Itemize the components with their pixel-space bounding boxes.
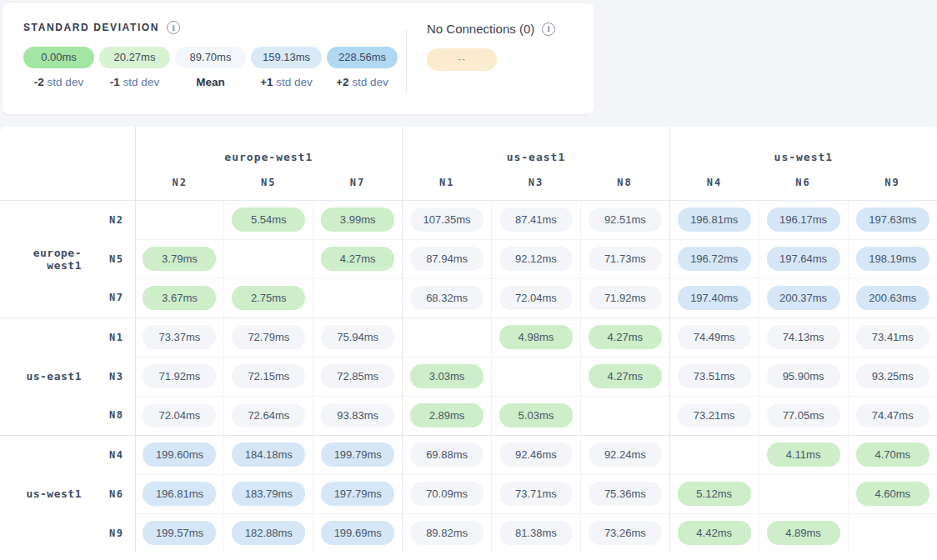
column-region-header: us-west1	[669, 127, 937, 165]
latency-value-pill: 74.13ms	[767, 325, 840, 349]
latency-dashboard: STANDARD DEVIATION i 0.00ms-2 std dev20.…	[0, 0, 937, 560]
latency-value-pill: 5.12ms	[678, 482, 751, 506]
legend-stop-label: -2 std dev	[34, 76, 83, 88]
latency-value-pill: 69.88ms	[410, 442, 484, 467]
latency-value-pill: 4.70ms	[856, 442, 929, 467]
latency-value-pill: 4.27ms	[589, 364, 662, 388]
latency-value-pill: 2.75ms	[232, 286, 305, 310]
latency-cell: 2.89ms	[403, 396, 492, 435]
latency-cell: 71.92ms	[135, 357, 224, 396]
latency-value-pill: 72.15ms	[232, 364, 305, 388]
latency-value-pill: 3.03ms	[410, 364, 484, 388]
latency-value-pill: 199.69ms	[321, 521, 394, 545]
legend-stops: 0.00ms-2 std dev20.27ms-1 std dev89.70ms…	[23, 47, 406, 88]
latency-value-pill: 198.19ms	[856, 247, 929, 271]
latency-cell: 68.32ms	[403, 278, 492, 318]
latency-value-pill: 199.79ms	[321, 442, 394, 467]
latency-cell: 200.63ms	[848, 278, 937, 318]
legend-stop-label: Mean	[196, 76, 225, 88]
latency-cell: 93.25ms	[848, 357, 937, 396]
latency-value-pill: 197.63ms	[856, 208, 929, 232]
row-region-header: us-east1	[0, 318, 88, 435]
latency-value-pill: 74.49ms	[678, 325, 751, 349]
row-node-header: N6	[88, 474, 135, 513]
latency-cell: 4.70ms	[848, 435, 937, 474]
latency-cell: 72.04ms	[135, 396, 224, 435]
latency-cell: 4.89ms	[759, 513, 848, 552]
latency-cell	[224, 239, 313, 278]
latency-value-pill: 3.79ms	[143, 247, 216, 271]
latency-value-pill: 77.05ms	[767, 403, 840, 428]
latency-cell: 4.27ms	[580, 357, 669, 396]
latency-cell	[669, 435, 759, 474]
row-node-header: N3	[88, 357, 135, 396]
latency-cell: 87.94ms	[403, 239, 492, 278]
info-icon[interactable]: i	[542, 22, 555, 36]
no-connections-legend: No Connections (0) i --	[407, 3, 555, 114]
latency-cell: 92.51ms	[580, 200, 669, 239]
latency-cell: 197.63ms	[848, 200, 937, 239]
latency-cell: 75.36ms	[580, 474, 669, 513]
latency-cell: 95.90ms	[759, 357, 848, 396]
row-region-header: us-west1	[0, 435, 88, 552]
row-region-header: europe-west1	[0, 200, 88, 318]
matrix-row: us-east1N173.37ms72.79ms75.94ms4.98ms4.2…	[0, 318, 937, 357]
latency-value-pill: 199.57ms	[143, 521, 216, 545]
latency-value-pill: 71.73ms	[589, 247, 662, 271]
latency-value-pill: 4.11ms	[767, 442, 840, 467]
latency-cell: 199.60ms	[135, 435, 224, 474]
latency-cell: 2.75ms	[224, 278, 313, 318]
region-row-group: us-east1N173.37ms72.79ms75.94ms4.98ms4.2…	[0, 318, 937, 435]
legend-stop: 20.27ms-1 std dev	[99, 47, 170, 88]
legend-stop-label: +2 std dev	[336, 76, 388, 88]
latency-value-pill: 92.51ms	[589, 208, 662, 232]
column-region-header: europe-west1	[135, 127, 403, 165]
latency-cell: 5.03ms	[492, 396, 581, 435]
latency-cell: 4.60ms	[848, 474, 937, 513]
legend-card: STANDARD DEVIATION i 0.00ms-2 std dev20.…	[3, 3, 594, 114]
latency-cell: 199.79ms	[313, 435, 403, 474]
matrix-row: N872.04ms72.64ms93.83ms2.89ms5.03ms73.21…	[0, 396, 937, 435]
latency-value-pill: 71.92ms	[143, 364, 216, 388]
row-node-header: N9	[88, 513, 135, 552]
legend-stop-pill: 228.56ms	[327, 47, 398, 68]
latency-cell: 73.26ms	[580, 513, 669, 552]
latency-value-pill: 72.04ms	[499, 286, 573, 310]
matrix-row: europe-west1N25.54ms3.99ms107.35ms87.41m…	[0, 200, 937, 239]
column-region-header: us-east1	[403, 127, 670, 165]
latency-cell: 196.81ms	[135, 474, 224, 513]
legend-stop: 159.13ms+1 std dev	[251, 47, 322, 88]
latency-cell: 4.27ms	[313, 239, 403, 278]
latency-cell: 72.85ms	[313, 357, 403, 396]
latency-cell: 4.11ms	[759, 435, 848, 474]
legend-stop-pill: 89.70ms	[175, 47, 246, 68]
latency-cell: 197.40ms	[669, 278, 759, 318]
latency-value-pill: 4.42ms	[678, 521, 751, 545]
latency-value-pill: 72.64ms	[232, 403, 305, 428]
latency-value-pill: 200.37ms	[767, 286, 840, 310]
latency-value-pill: 68.32ms	[410, 286, 484, 310]
latency-cell	[492, 357, 581, 396]
latency-cell: 182.88ms	[224, 513, 313, 552]
latency-value-pill: 182.88ms	[232, 521, 305, 545]
latency-value-pill: 92.24ms	[589, 442, 662, 467]
latency-cell: 107.35ms	[403, 200, 492, 239]
latency-cell: 77.05ms	[759, 396, 848, 435]
latency-value-pill: 73.51ms	[678, 364, 751, 388]
latency-value-pill: 200.63ms	[856, 286, 929, 310]
legend-stop: 0.00ms-2 std dev	[23, 47, 94, 88]
latency-cell: 74.47ms	[848, 396, 937, 435]
latency-cell: 3.99ms	[313, 200, 403, 239]
latency-cell: 73.71ms	[492, 474, 581, 513]
latency-cell: 200.37ms	[759, 278, 848, 318]
latency-cell: 75.94ms	[313, 318, 403, 357]
latency-cell	[848, 513, 937, 552]
row-node-header: N5	[88, 239, 135, 278]
latency-value-pill: 87.94ms	[410, 247, 484, 271]
latency-cell: 69.88ms	[403, 435, 492, 474]
latency-cell: 92.12ms	[492, 239, 581, 278]
region-row-group: us-west1N4199.60ms184.18ms199.79ms69.88m…	[0, 435, 937, 552]
latency-value-pill: 4.27ms	[321, 247, 394, 271]
latency-cell: 72.64ms	[224, 396, 313, 435]
info-icon[interactable]: i	[167, 21, 180, 34]
